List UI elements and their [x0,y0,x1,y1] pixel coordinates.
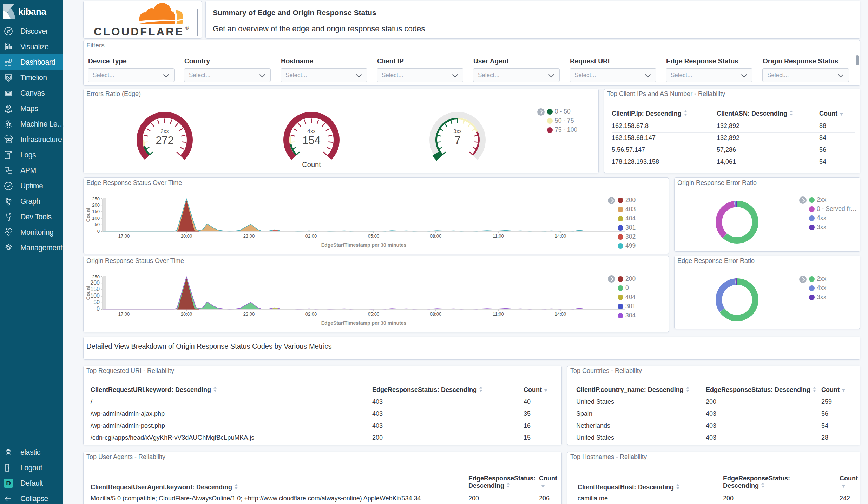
svg-text:4xx: 4xx [307,128,316,134]
svg-text:20:00: 20:00 [181,311,192,317]
svg-text:EdgeStartTimestamp per 30 minu: EdgeStartTimestamp per 30 minutes [321,320,407,326]
svg-text:Count: Count [302,161,321,168]
svg-text:08:00: 08:00 [430,311,442,317]
svg-text:150: 150 [90,286,100,292]
svg-text:14:00: 14:00 [555,311,566,317]
svg-text:250: 250 [92,196,100,201]
svg-text:0: 0 [97,228,100,234]
svg-text:3xx: 3xx [453,128,462,134]
svg-text:02:00: 02:00 [305,311,317,317]
svg-text:11:00: 11:00 [493,233,504,239]
svg-text:14:00: 14:00 [555,233,566,239]
svg-text:®: ® [185,25,189,31]
svg-text:100: 100 [92,215,100,221]
svg-text:7: 7 [454,134,460,147]
svg-text:50: 50 [95,222,100,227]
svg-text:23:00: 23:00 [243,233,255,239]
svg-text:17:00: 17:00 [118,233,130,239]
svg-text:150: 150 [92,209,100,214]
svg-text:11:00: 11:00 [493,311,504,317]
svg-text:Count: Count [85,285,91,300]
svg-text:2xx: 2xx [160,128,169,134]
svg-text:272: 272 [156,134,174,147]
svg-text:17:00: 17:00 [118,311,130,317]
svg-text:05:00: 05:00 [368,311,380,317]
svg-text:23:00: 23:00 [243,311,255,317]
svg-text:08:00: 08:00 [430,233,442,239]
svg-text:CLOUDFLARE: CLOUDFLARE [94,25,184,37]
svg-text:EdgeStartTimestamp per 30 minu: EdgeStartTimestamp per 30 minutes [321,242,407,248]
svg-text:20:00: 20:00 [181,233,192,239]
svg-text:50: 50 [93,299,100,305]
svg-text:02:00: 02:00 [305,233,317,239]
svg-text:0: 0 [97,306,100,312]
svg-text:100: 100 [90,293,100,299]
svg-text:250: 250 [92,274,100,279]
svg-text:200: 200 [90,280,100,286]
svg-text:05:00: 05:00 [368,233,380,239]
svg-text:200: 200 [92,202,100,208]
svg-text:154: 154 [302,134,321,147]
svg-text:Count: Count [85,207,91,222]
